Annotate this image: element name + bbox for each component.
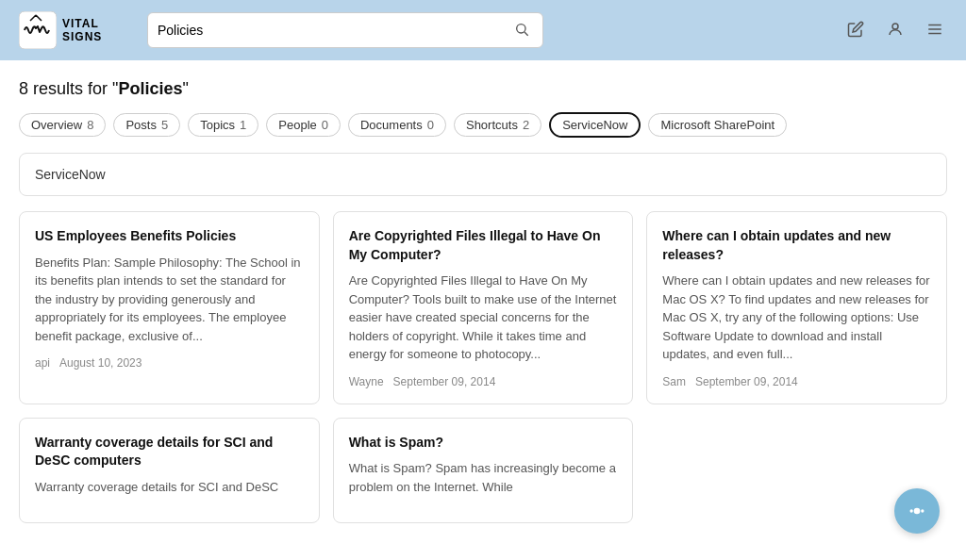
card-title: Where can I obtain updates and new relea… xyxy=(662,227,931,264)
card-author: Sam xyxy=(662,375,686,388)
card-title: Are Copyrighted Files Illegal to Have On… xyxy=(349,227,618,264)
svg-point-1 xyxy=(517,24,525,32)
result-card[interactable]: What is Spam? What is Spam? Spam has inc… xyxy=(333,418,634,524)
result-card[interactable]: Warranty coverage details for SCI and De… xyxy=(19,418,320,524)
tab-topics[interactable]: Topics 1 xyxy=(188,113,258,137)
logo-text: VITAL SIGNS xyxy=(62,17,102,43)
tab-documents[interactable]: Documents 0 xyxy=(348,113,446,137)
card-meta: api August 10, 2023 xyxy=(35,356,304,370)
svg-line-2 xyxy=(525,32,528,36)
menu-icon xyxy=(926,21,943,38)
edit-icon xyxy=(847,21,864,38)
result-card[interactable]: Where can I obtain updates and new relea… xyxy=(646,211,947,404)
svg-point-7 xyxy=(914,508,921,515)
card-date: August 10, 2023 xyxy=(59,356,142,370)
user-icon xyxy=(887,21,904,38)
search-query: Policies xyxy=(118,79,182,98)
card-meta: Wayne September 09, 2014 xyxy=(349,375,618,388)
card-date: September 09, 2014 xyxy=(393,375,496,388)
user-button[interactable] xyxy=(883,17,908,44)
search-button[interactable] xyxy=(510,18,533,43)
card-author: api xyxy=(35,356,50,370)
tab-servicenow[interactable]: ServiceNow xyxy=(549,112,641,138)
tab-posts[interactable]: Posts 5 xyxy=(113,113,180,137)
section-card: ServiceNow xyxy=(19,153,947,196)
card-snippet: Warranty coverage details for SCI and De… xyxy=(35,478,304,497)
svg-point-3 xyxy=(892,24,898,29)
main-content: 8 results for "Policies" Overview 8 Post… xyxy=(0,60,966,560)
header-actions xyxy=(843,17,947,44)
section-label: ServiceNow xyxy=(35,167,106,182)
card-snippet: What is Spam? Spam has increasingly beco… xyxy=(349,459,618,496)
tab-overview[interactable]: Overview 8 xyxy=(19,113,106,137)
logo-icon xyxy=(19,11,57,49)
search-input[interactable] xyxy=(158,23,510,38)
fab-icon xyxy=(908,502,926,520)
results-grid: US Employees Benefits Policies Benefits … xyxy=(19,211,947,542)
edit-button[interactable] xyxy=(843,17,868,44)
filter-tabs: Overview 8 Posts 5 Topics 1 People 0 Doc… xyxy=(19,112,947,138)
card-snippet: Where can I obtain updates and new relea… xyxy=(662,272,931,364)
card-snippet: Are Copyrighted Files Illegal to Have On… xyxy=(349,272,618,364)
tab-shortcuts[interactable]: Shortcuts 2 xyxy=(454,113,541,137)
card-title: What is Spam? xyxy=(349,434,618,453)
header: VITAL SIGNS xyxy=(0,0,966,60)
logo: VITAL SIGNS xyxy=(19,11,132,49)
tab-people[interactable]: People 0 xyxy=(266,113,341,137)
card-date: September 09, 2014 xyxy=(695,375,798,388)
search-bar xyxy=(147,12,543,48)
tab-microsoft-sharepoint[interactable]: Microsoft SharePoint xyxy=(648,113,787,137)
result-card[interactable]: Are Copyrighted Files Illegal to Have On… xyxy=(333,211,634,404)
results-heading: 8 results for "Policies" xyxy=(19,79,947,99)
card-title: US Employees Benefits Policies xyxy=(35,227,304,246)
card-snippet: Benefits Plan: Sample Philosophy: The Sc… xyxy=(35,254,304,346)
fab-button[interactable] xyxy=(894,488,940,534)
card-title: Warranty coverage details for SCI and De… xyxy=(35,434,304,470)
svg-point-8 xyxy=(910,509,913,512)
search-icon xyxy=(514,22,529,37)
card-author: Wayne xyxy=(349,375,384,388)
result-count: 8 xyxy=(19,79,28,98)
result-card[interactable]: US Employees Benefits Policies Benefits … xyxy=(19,211,320,404)
svg-point-9 xyxy=(921,509,924,512)
menu-button[interactable] xyxy=(923,17,947,44)
card-meta: Sam September 09, 2014 xyxy=(662,375,931,388)
